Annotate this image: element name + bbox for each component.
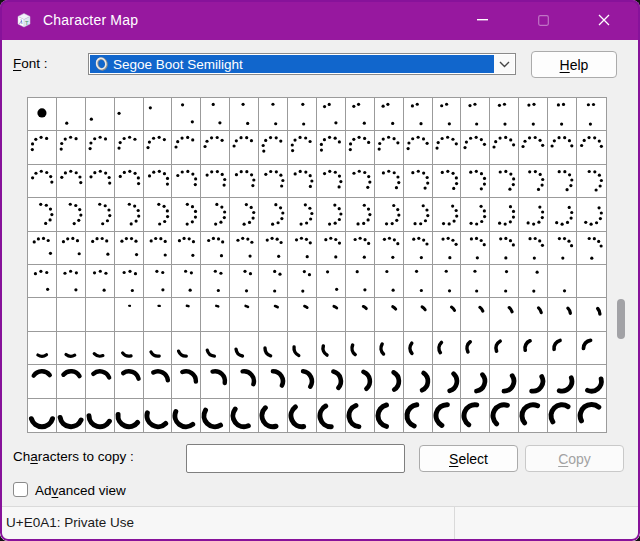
glyph-cell[interactable] bbox=[375, 298, 404, 331]
glyph-cell[interactable] bbox=[144, 399, 173, 432]
glyph-cell[interactable] bbox=[86, 365, 115, 398]
glyph-cell[interactable] bbox=[346, 399, 375, 432]
glyph-cell[interactable] bbox=[404, 198, 433, 231]
glyph-cell[interactable] bbox=[86, 131, 115, 164]
glyph-cell[interactable] bbox=[259, 265, 288, 298]
glyph-cell[interactable] bbox=[288, 232, 317, 265]
glyph-cell[interactable] bbox=[346, 98, 375, 131]
glyph-cell[interactable] bbox=[115, 198, 144, 231]
glyph-cell[interactable] bbox=[259, 399, 288, 432]
glyph-cell[interactable] bbox=[28, 198, 57, 231]
glyph-cell[interactable] bbox=[375, 265, 404, 298]
minimize-button[interactable] bbox=[459, 0, 505, 40]
glyph-cell[interactable] bbox=[433, 232, 462, 265]
glyph-cell[interactable] bbox=[317, 365, 346, 398]
glyph-cell[interactable] bbox=[548, 198, 577, 231]
glyph-cell[interactable] bbox=[461, 165, 490, 198]
grid-scrollbar-thumb[interactable] bbox=[617, 299, 625, 339]
glyph-cell[interactable] bbox=[172, 265, 201, 298]
glyph-cell[interactable] bbox=[577, 298, 606, 331]
glyph-cell[interactable] bbox=[259, 165, 288, 198]
glyph-cell[interactable] bbox=[317, 198, 346, 231]
glyph-cell[interactable] bbox=[288, 365, 317, 398]
glyph-cell[interactable] bbox=[115, 131, 144, 164]
glyph-cell[interactable] bbox=[288, 131, 317, 164]
font-combobox-dropdown[interactable] bbox=[494, 55, 514, 73]
glyph-cell[interactable] bbox=[201, 298, 230, 331]
glyph-cell[interactable] bbox=[230, 98, 259, 131]
glyph-cell[interactable] bbox=[490, 399, 519, 432]
glyph-cell[interactable] bbox=[461, 365, 490, 398]
glyph-cell[interactable] bbox=[115, 332, 144, 365]
glyph-cell[interactable] bbox=[201, 131, 230, 164]
glyph-cell[interactable] bbox=[57, 399, 86, 432]
glyph-cell[interactable] bbox=[28, 265, 57, 298]
glyph-cell[interactable] bbox=[519, 232, 548, 265]
glyph-cell[interactable] bbox=[519, 165, 548, 198]
glyph-cell[interactable] bbox=[346, 365, 375, 398]
glyph-cell[interactable] bbox=[201, 198, 230, 231]
glyph-cell[interactable] bbox=[201, 365, 230, 398]
glyph-cell[interactable] bbox=[288, 98, 317, 131]
glyph-cell[interactable] bbox=[577, 232, 606, 265]
glyph-cell[interactable] bbox=[548, 265, 577, 298]
glyph-cell[interactable] bbox=[288, 265, 317, 298]
glyph-cell[interactable] bbox=[404, 332, 433, 365]
glyph-cell[interactable] bbox=[404, 298, 433, 331]
glyph-cell[interactable] bbox=[288, 332, 317, 365]
glyph-cell[interactable] bbox=[404, 399, 433, 432]
glyph-cell[interactable] bbox=[115, 98, 144, 131]
glyph-cell[interactable] bbox=[28, 399, 57, 432]
glyph-cell[interactable] bbox=[115, 298, 144, 331]
glyph-cell[interactable] bbox=[172, 198, 201, 231]
advanced-view-label[interactable]: Advanced view bbox=[35, 483, 126, 498]
glyph-cell[interactable] bbox=[577, 265, 606, 298]
glyph-cell[interactable] bbox=[433, 98, 462, 131]
glyph-cell[interactable] bbox=[172, 399, 201, 432]
glyph-cell[interactable] bbox=[259, 365, 288, 398]
glyph-cell[interactable] bbox=[577, 365, 606, 398]
glyph-cell[interactable] bbox=[433, 265, 462, 298]
glyph-cell[interactable] bbox=[172, 98, 201, 131]
glyph-cell[interactable] bbox=[577, 165, 606, 198]
glyph-cell[interactable] bbox=[230, 165, 259, 198]
glyph-cell[interactable] bbox=[259, 131, 288, 164]
glyph-cell[interactable] bbox=[346, 298, 375, 331]
glyph-cell[interactable] bbox=[144, 232, 173, 265]
glyph-cell[interactable] bbox=[433, 198, 462, 231]
help-button[interactable]: Help bbox=[531, 51, 617, 78]
glyph-cell[interactable] bbox=[57, 98, 86, 131]
glyph-cell[interactable] bbox=[346, 165, 375, 198]
glyph-cell[interactable] bbox=[317, 332, 346, 365]
glyph-cell[interactable] bbox=[317, 165, 346, 198]
glyph-cell[interactable] bbox=[28, 98, 57, 131]
glyph-cell[interactable] bbox=[375, 98, 404, 131]
close-button[interactable] bbox=[581, 0, 627, 40]
glyph-cell[interactable] bbox=[172, 165, 201, 198]
glyph-cell[interactable] bbox=[230, 365, 259, 398]
glyph-cell[interactable] bbox=[490, 232, 519, 265]
characters-input[interactable] bbox=[186, 444, 405, 473]
glyph-cell[interactable] bbox=[230, 298, 259, 331]
glyph-cell[interactable] bbox=[86, 265, 115, 298]
glyph-cell[interactable] bbox=[230, 198, 259, 231]
glyph-cell[interactable] bbox=[433, 365, 462, 398]
glyph-cell[interactable] bbox=[317, 131, 346, 164]
glyph-cell[interactable] bbox=[404, 98, 433, 131]
glyph-cell[interactable] bbox=[375, 365, 404, 398]
glyph-cell[interactable] bbox=[28, 298, 57, 331]
glyph-cell[interactable] bbox=[577, 198, 606, 231]
glyph-cell[interactable] bbox=[86, 198, 115, 231]
glyph-cell[interactable] bbox=[404, 365, 433, 398]
glyph-cell[interactable] bbox=[461, 332, 490, 365]
glyph-cell[interactable] bbox=[201, 232, 230, 265]
glyph-cell[interactable] bbox=[57, 265, 86, 298]
glyph-cell[interactable] bbox=[461, 198, 490, 231]
glyph-cell[interactable] bbox=[57, 298, 86, 331]
glyph-cell[interactable] bbox=[548, 332, 577, 365]
glyph-cell[interactable] bbox=[404, 265, 433, 298]
glyph-cell[interactable] bbox=[28, 165, 57, 198]
glyph-cell[interactable] bbox=[115, 232, 144, 265]
glyph-cell[interactable] bbox=[461, 131, 490, 164]
glyph-cell[interactable] bbox=[230, 232, 259, 265]
